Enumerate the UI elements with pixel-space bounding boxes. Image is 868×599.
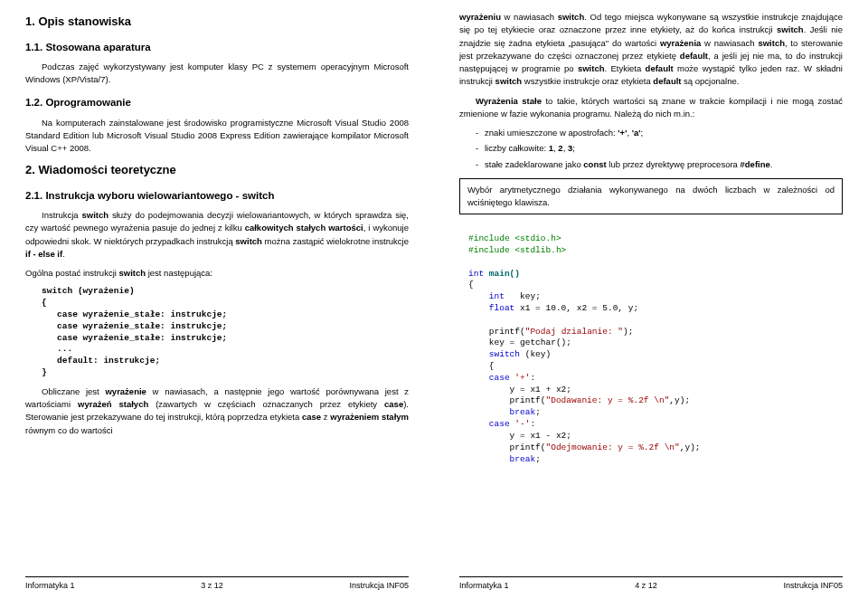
- kw-expression: wyrażenie: [105, 386, 146, 396]
- call: );: [623, 327, 633, 337]
- footer-doc: Instrukcja INF05: [783, 580, 843, 593]
- call: ,y);: [669, 395, 690, 405]
- footer-doc: Instrukcja INF05: [349, 580, 409, 593]
- para-apparatus: Podczas zajęć wykorzystywany jest komput…: [25, 61, 409, 87]
- kw-case: case: [468, 419, 510, 429]
- kw-const-expr: wyrażeniem stałym: [330, 412, 409, 422]
- text: (zawartych w częściach oznaczanych przez…: [148, 399, 384, 409]
- text: ;: [572, 143, 575, 153]
- para-switch-form: Ogólna postać instrukcji switch jest nas…: [25, 267, 409, 280]
- text: .: [770, 159, 773, 169]
- list-const-types: znaki umieszczone w apostrofach: '+', 'a…: [476, 127, 843, 171]
- include: #include <stdlib.h>: [468, 245, 566, 255]
- decl: key;: [505, 291, 541, 301]
- brace: {: [468, 361, 495, 371]
- text: ;: [641, 128, 644, 138]
- text: w nawiasach: [501, 12, 558, 22]
- kw-default: default: [646, 63, 674, 73]
- text: lub przez dyrektywę preprocesora: [607, 159, 741, 169]
- footer-course: Informatyka 1: [459, 580, 509, 593]
- heading-2-1: 2.1. Instrukcja wyboru wielowariantowego…: [25, 188, 409, 204]
- heading-1: 1. Opis stanowiska: [25, 13, 409, 31]
- semi: ;: [535, 454, 541, 464]
- fn-main: main(): [484, 269, 520, 279]
- page-left-content: 1. Opis stanowiska 1.1. Stosowana aparat…: [25, 11, 409, 571]
- footer-right: Informatyka 1 4 z 12 Instrukcja INF05: [459, 576, 843, 593]
- text: jest następująca:: [146, 268, 212, 278]
- heading-1-2: 1.2. Oprogramowanie: [25, 95, 409, 110]
- text: .: [62, 249, 65, 259]
- kw-break: break: [468, 407, 535, 417]
- kw-switch: switch: [758, 38, 785, 48]
- stmt: key = getchar();: [468, 338, 571, 347]
- kw-case: case: [468, 373, 510, 383]
- call: printf(: [468, 395, 546, 405]
- kw-switch: switch: [777, 24, 804, 34]
- kw: wyrażeniu: [459, 12, 501, 22]
- decl: x1 = 10.0, x2 = 5.0, y;: [514, 303, 638, 313]
- semi: ;: [535, 407, 541, 417]
- kw-const: const: [583, 159, 606, 169]
- kw-switch: switch: [495, 76, 523, 86]
- para-switch-cont: wyrażeniu w nawiasach switch. Od tego mi…: [459, 11, 843, 89]
- page-right: wyrażeniu w nawiasach switch. Od tego mi…: [434, 0, 868, 599]
- kw-default: default: [680, 51, 708, 61]
- kw-switch: switch: [82, 210, 109, 220]
- include: #include <stdio.h>: [468, 233, 561, 243]
- text: Instrukcja: [42, 210, 82, 220]
- text: liczby całkowite:: [485, 143, 549, 153]
- para-switch-intro: Instrukcja switch służy do podejmowania …: [25, 209, 409, 261]
- example-description: Wybór arytmetycznego działania wykonywan…: [459, 178, 843, 215]
- footer-page: 3 z 12: [201, 580, 223, 593]
- kw-case: case: [384, 399, 403, 409]
- char: '+': [510, 373, 531, 383]
- text: są opcjonalne.: [681, 76, 739, 86]
- page-left: 1. Opis stanowiska 1.1. Stosowana aparat…: [0, 0, 434, 599]
- call: printf(: [468, 442, 546, 452]
- kw-int: int: [468, 269, 484, 279]
- para-switch-behavior: Obliczane jest wyrażenie w nawiasach, a …: [25, 385, 409, 437]
- text: można zastąpić wielokrotne instrukcje: [262, 236, 409, 246]
- text: Ogólna postać instrukcji: [25, 268, 119, 278]
- lit: '+': [618, 128, 627, 138]
- para-software: Na komputerach zainstalowane jest środow…: [25, 117, 409, 156]
- stmt: y = x1 + x2;: [468, 385, 571, 395]
- text: znaki umieszczone w apostrofach:: [485, 128, 618, 138]
- str: "Dodawanie: y = %.2f \n": [546, 395, 670, 405]
- kw-const-values: całkowitych stałych wartości: [245, 223, 363, 233]
- kw-const-expr: Wyrażenia stałe: [476, 96, 542, 106]
- text: . Etykieta: [604, 63, 645, 73]
- text: stałe zadeklarowane jako: [485, 159, 583, 169]
- lit: 'a': [632, 128, 641, 138]
- kw-define: #define: [741, 159, 770, 169]
- text: z: [321, 412, 330, 422]
- heading-2: 2. Wiadomości teoretyczne: [25, 161, 409, 179]
- colon: :: [530, 419, 535, 429]
- page-right-content: wyrażeniu w nawiasach switch. Od tego mi…: [459, 11, 843, 571]
- footer-left: Informatyka 1 3 z 12 Instrukcja INF05: [25, 576, 409, 593]
- code-example: #include <stdio.h> #include <stdlib.h> i…: [468, 222, 843, 465]
- code-switch-syntax: switch (wyrażenie) { case wyrażenie_stał…: [42, 286, 409, 379]
- code-content: switch (wyrażenie) { case wyrażenie_stał…: [42, 286, 227, 377]
- kw-switch: switch: [468, 349, 520, 359]
- expr: (key): [520, 349, 551, 359]
- str: "Odejmowanie: y = %.2f \n": [546, 442, 680, 452]
- text: w nawiasach: [701, 38, 758, 48]
- list-item-chars: znaki umieszczone w apostrofach: '+', 'a…: [476, 127, 843, 139]
- kw-const-expr: wyrażeń stałych: [78, 399, 148, 409]
- heading-1-1: 1.1. Stosowana aparatura: [25, 40, 409, 55]
- kw-switch: switch: [119, 268, 146, 278]
- footer-page: 4 z 12: [635, 580, 657, 593]
- stmt: y = x1 - x2;: [468, 431, 571, 441]
- char: '-': [510, 419, 531, 429]
- footer-course: Informatyka 1: [25, 580, 75, 593]
- kw-int: int: [468, 291, 505, 301]
- list-item-ints: liczby całkowite: 1, 2, 3;: [476, 142, 843, 155]
- text: równym co do wartości: [25, 425, 113, 435]
- text: wszystkie instrukcje oraz etykieta: [522, 76, 653, 86]
- str: "Podaj dzialanie: ": [525, 327, 623, 337]
- kw: wyrażenia: [660, 38, 701, 48]
- kw-case: case: [302, 412, 321, 422]
- kw-switch: switch: [558, 12, 585, 22]
- kw-float: float: [468, 303, 514, 313]
